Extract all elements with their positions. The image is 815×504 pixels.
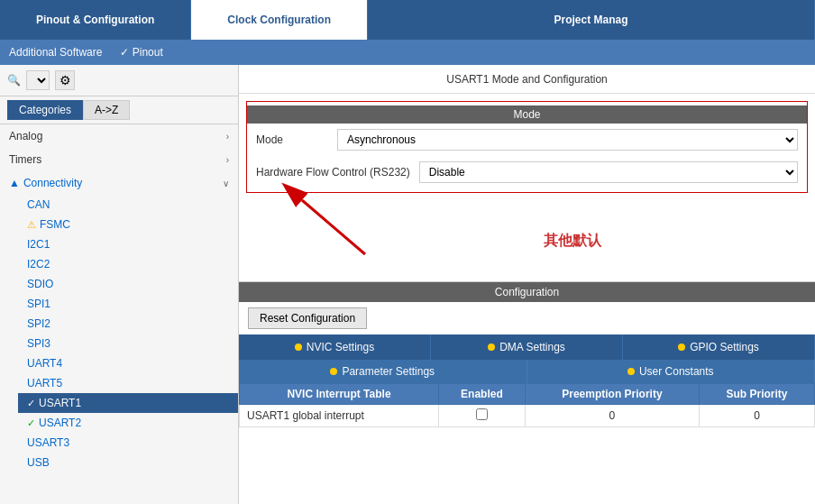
connectivity-sub-list: CAN ⚠ FSMC I2C1 I2C2 SDIO SPI1 [0,195,238,472]
mode-select[interactable]: Asynchronous [337,129,798,151]
enabled-checkbox[interactable] [476,408,488,420]
col-header-enabled: Enabled [439,384,526,405]
sidebar-item-connectivity[interactable]: ▲ Connectivity ∨ [0,171,238,195]
config-header: Configuration [239,282,815,302]
tab-categories[interactable]: Categories [7,100,83,120]
warning-icon: ⚠ [27,219,36,231]
mode-row: Mode Asynchronous [247,124,807,156]
mode-label: Mode [256,133,328,146]
top-navigation: Pinout & Configuration Clock Configurati… [0,0,815,40]
tab-gpio-settings[interactable]: GPIO Settings [623,334,815,360]
tab-dot-user [627,368,635,375]
sidebar-item-usart1[interactable]: ✓ USART1 [18,393,238,413]
chevron-down-icon: ∨ [223,179,229,188]
enabled-cell [439,405,526,427]
sidebar-item-spi1[interactable]: SPI1 [18,294,238,314]
col-header-interrupt: NVIC Interrupt Table [240,384,439,405]
sidebar-item-uart5[interactable]: UART5 [18,373,238,393]
check-icon: ✓ [27,417,35,429]
sidebar-item-spi3[interactable]: SPI3 [18,334,238,353]
tab-user-constants[interactable]: User Constants [527,360,816,383]
chevron-up-icon: ▲ [9,177,20,189]
config-tabs-row2: Parameter Settings User Constants [239,360,815,383]
mode-section-header: Mode [247,105,807,124]
sidebar-item-sdio[interactable]: SDIO [18,274,238,294]
hw-flow-select[interactable]: Disable [419,161,798,183]
mode-section: Mode Mode Asynchronous Hardware Flow Con… [246,101,808,193]
sidebar-item-usart2[interactable]: ✓ USART2 [18,413,238,433]
sidebar-item-i2c2[interactable]: I2C2 [18,254,238,274]
subnav-pinout[interactable]: ✓ Pinout [120,46,162,59]
config-section: Configuration Reset Configuration NVIC S… [239,281,815,504]
tab-dma-settings[interactable]: DMA Settings [431,334,623,360]
reset-config-button[interactable]: Reset Configuration [248,307,367,329]
subnav-additional-software[interactable]: Additional Software [9,46,102,59]
svg-line-1 [302,200,365,254]
sub-navigation: Additional Software ✓ Pinout [0,40,815,65]
sidebar-item-fsmc[interactable]: ⚠ FSMC [18,215,238,234]
annotation-text: 其他默认 [544,232,601,251]
tab-dot-dma [488,344,495,351]
sidebar-item-analog[interactable]: Analog › [0,124,238,148]
col-header-sub-priority: Sub Priority [700,384,815,405]
hw-flow-label: Hardware Flow Control (RS232) [256,166,410,179]
tab-az[interactable]: A->Z [83,100,130,120]
tab-dot-gpio [678,344,685,351]
check-icon: ✓ [27,398,35,409]
sidebar-item-usb[interactable]: USB [18,453,238,472]
interrupt-name: USART1 global interrupt [240,405,439,427]
sidebar-item-spi2[interactable]: SPI2 [18,314,238,334]
sidebar-item-can[interactable]: CAN [18,195,238,215]
tab-pinout-config[interactable]: Pinout & Configuration [0,0,191,40]
tab-dot-param [330,368,337,375]
search-icon: 🔍 [7,74,21,87]
tab-dot-nvic [295,344,302,351]
annotation-arrow [257,182,437,263]
sub-priority-cell: 0 [700,405,815,427]
search-dropdown[interactable] [26,70,50,90]
annotation-area: 其他默认 [239,200,815,281]
tab-parameter-settings[interactable]: Parameter Settings [239,360,527,383]
preemption-priority-cell: 0 [525,405,699,427]
sidebar-tabs: Categories A->Z [0,96,238,124]
nvic-table: NVIC Interrupt Table Enabled Preemption … [239,383,815,427]
sidebar-item-uart4[interactable]: UART4 [18,353,238,373]
sidebar: 🔍 ⚙ Categories A->Z Analog › Timers › [0,65,239,504]
main-layout: 🔍 ⚙ Categories A->Z Analog › Timers › [0,65,815,504]
sidebar-item-usart3[interactable]: USART3 [18,433,238,453]
chevron-right-icon: › [226,132,229,142]
table-row: USART1 global interrupt 0 0 [240,405,815,427]
tab-clock-config[interactable]: Clock Configuration [191,0,368,40]
config-tabs-row1: NVIC Settings DMA Settings GPIO Settings [239,334,815,360]
chevron-right-icon: › [226,155,229,165]
gear-button[interactable]: ⚙ [55,70,75,90]
sidebar-item-timers[interactable]: Timers › [0,148,238,171]
col-header-preemption: Preemption Priority [525,384,699,405]
main-content: USART1 Mode and Configuration Mode Mode … [239,65,815,504]
sidebar-item-i2c1[interactable]: I2C1 [18,234,238,254]
tab-nvic-settings[interactable]: NVIC Settings [239,334,431,360]
tab-project-manager[interactable]: Project Manag [368,0,815,40]
sidebar-category-list: Analog › Timers › ▲ Connectivity ∨ CAN [0,124,238,504]
sidebar-search-bar: 🔍 ⚙ [0,65,238,96]
content-title: USART1 Mode and Configuration [239,65,815,94]
